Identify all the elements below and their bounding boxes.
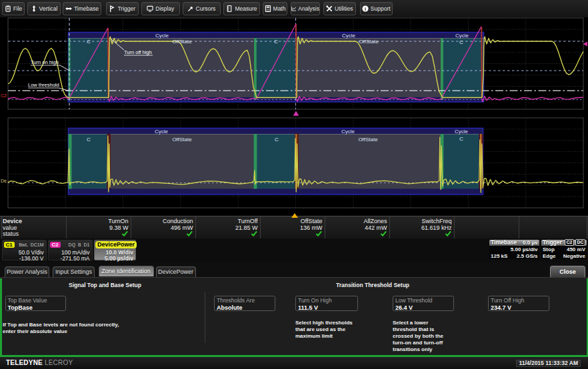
svg-text:Turn on high: Turn on high (31, 59, 59, 65)
svg-text:Cycle: Cycle (341, 129, 355, 135)
svg-text:Cycle: Cycle (155, 33, 169, 39)
svg-text:OffState: OffState (172, 39, 192, 45)
svg-text:C2: C2 (1, 93, 7, 98)
svg-text:Cycle: Cycle (155, 129, 169, 135)
svg-text:C: C (87, 39, 91, 45)
svg-text:OffState: OffState (359, 39, 379, 45)
svg-text:Low threshold: Low threshold (28, 82, 59, 88)
svg-text:Cycle: Cycle (342, 33, 356, 39)
svg-text:C: C (87, 137, 91, 143)
svg-text:Turn off high: Turn off high (124, 49, 152, 55)
svg-text:C: C (275, 137, 279, 143)
svg-text:Cycle: Cycle (455, 33, 469, 39)
svg-text:OffState: OffState (172, 137, 192, 143)
svg-text:Cycle: Cycle (455, 129, 469, 135)
svg-text:C: C (274, 39, 278, 45)
svg-text:De.: De. (1, 179, 8, 183)
svg-text:C: C (459, 136, 463, 142)
svg-text:OffState: OffState (358, 137, 378, 143)
svg-text:C: C (459, 39, 463, 45)
svg-text:i: i (365, 6, 366, 12)
